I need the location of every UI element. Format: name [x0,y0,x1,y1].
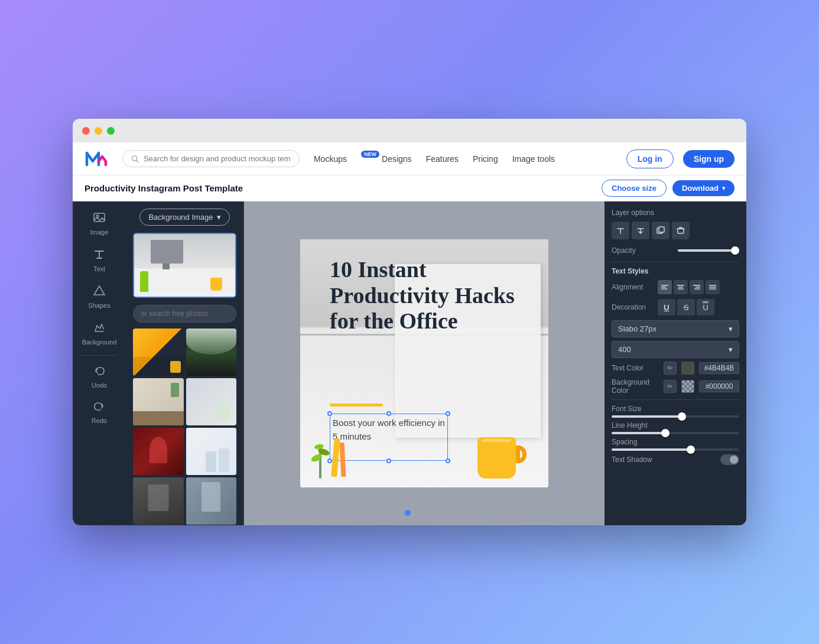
tool-background[interactable]: Background [77,316,122,350]
tool-undo[interactable]: Undo [77,360,122,393]
align-center-btn[interactable] [674,280,688,294]
font-size-slider[interactable] [612,415,739,418]
spacing-slider[interactable] [612,448,739,451]
svg-rect-6 [659,227,664,232]
tool-text[interactable]: Text [77,243,122,277]
nav-image-tools[interactable]: Image tools [512,154,555,164]
choose-size-button[interactable]: Choose size [602,180,667,197]
opacity-label: Opacity [612,246,673,255]
font-chevron-icon: ▾ [729,324,733,333]
underline-btn[interactable]: U [658,299,675,316]
text-color-swatch[interactable] [681,362,694,375]
navbar: Mockups NEW Designs Features Pricing Ima… [73,142,746,175]
spacing-label: Spacing [612,438,739,446]
nav-pricing[interactable]: Pricing [473,154,498,164]
overline-btn[interactable]: U [697,299,714,316]
decoration-buttons: U S U [658,299,714,316]
canvas-sub-text: Boost your work efficiency in 5 minutes [330,414,447,445]
undo-icon [93,365,105,380]
resize-handle-tl[interactable] [327,411,332,416]
redo-label: Redo [92,417,107,424]
new-badge: NEW [361,151,379,158]
undo-label: Undo [92,382,107,389]
divider-1 [612,262,739,262]
left-panel: Background Image ▾ [126,201,244,525]
layer-text-btn[interactable] [612,222,629,239]
strikethrough-btn[interactable]: S [677,299,695,316]
canvas-area[interactable]: 10 Instant Productivity Hacks for the Of… [244,201,604,525]
bg-color-hex[interactable]: #000000 [699,380,739,392]
toggle-knob [730,456,738,464]
photo-thumb-5[interactable] [133,428,184,475]
preview-image[interactable] [133,233,236,298]
text-shadow-row: Text Shadow [612,454,739,465]
font-weight-select[interactable]: 400 ▾ [612,341,739,358]
breadcrumb-bar: Productivity Instagram Post Template Cho… [73,175,746,201]
panel-header: Background Image ▾ [126,201,243,233]
tool-divider [82,355,117,356]
layer-duplicate-btn[interactable] [652,222,670,239]
photo-thumb-8[interactable] [186,477,237,525]
dot-line [414,512,444,513]
shapes-icon [93,284,106,300]
canvas-card[interactable]: 10 Instant Productivity Hacks for the Of… [300,239,548,487]
dot-active [405,510,411,516]
align-right-btn[interactable] [690,280,704,294]
layer-move-down-btn[interactable] [632,222,649,239]
search-photos-input[interactable] [133,305,236,323]
photo-thumb-2[interactable] [186,328,237,376]
nav-features[interactable]: Features [426,154,459,164]
nav-mockups[interactable]: Mockups [314,154,347,164]
tool-shapes[interactable]: Shapes [77,279,122,314]
title-bar [73,119,746,142]
text-color-picker-btn[interactable]: ✏ [664,362,677,375]
line-height-slider[interactable] [612,432,739,434]
opacity-slider[interactable] [678,249,739,252]
divider-2 [612,399,739,400]
alignment-buttons [658,280,720,294]
background-image-button[interactable]: Background Image ▾ [139,209,229,226]
resize-handle-tr[interactable] [446,411,450,416]
redo-icon [93,401,105,415]
signup-button[interactable]: Sign up [683,150,734,168]
login-button[interactable]: Log in [626,149,674,168]
resize-handle-bl[interactable] [327,458,332,463]
align-left-btn[interactable] [658,280,672,294]
bg-color-transparent-btn[interactable] [681,380,694,393]
minimize-button[interactable] [95,127,102,135]
image-icon [93,211,106,227]
tool-redo[interactable]: Redo [77,396,122,429]
font-select[interactable]: Slabo 27px ▾ [612,320,739,337]
decoration-row: Decoration U S U [612,299,739,316]
font-weight-chevron-icon: ▾ [729,345,733,354]
tools-sidebar: Image Text Shapes [73,201,126,525]
resize-handle-br[interactable] [446,458,450,463]
photo-thumb-7[interactable] [133,477,184,525]
logo[interactable] [84,148,108,170]
resize-handle-bm[interactable] [386,458,391,463]
layer-delete-btn[interactable] [672,222,690,239]
photo-thumb-6[interactable] [186,428,237,475]
fullscreen-button[interactable] [107,127,115,135]
canvas-selected-textbox[interactable]: Boost your work efficiency in 5 minutes [330,414,448,461]
tool-image[interactable]: Image [77,206,122,240]
background-icon [93,321,106,337]
resize-handle-tm[interactable] [386,411,391,416]
nav-designs[interactable]: NEW Designs [361,154,412,164]
search-input[interactable] [144,154,291,163]
bg-color-picker-btn[interactable]: ✏ [664,380,677,393]
close-button[interactable] [82,127,90,135]
bg-color-row: Background Color ✏ #000000 [612,378,739,395]
photo-thumb-4[interactable] [186,378,237,425]
editor: Image Text Shapes [73,201,746,525]
font-size-row: Font Size [612,405,739,418]
layer-options-title: Layer options [612,209,739,217]
photo-thumb-1[interactable] [133,328,184,376]
search-bar[interactable] [122,150,300,167]
align-justify-btn[interactable] [706,280,720,294]
text-label: Text [93,265,105,272]
download-button[interactable]: Download ▾ [672,180,734,196]
photo-thumb-3[interactable] [133,378,184,425]
text-color-hex[interactable]: #4B4B4B [699,362,739,374]
text-shadow-toggle[interactable] [720,454,739,465]
